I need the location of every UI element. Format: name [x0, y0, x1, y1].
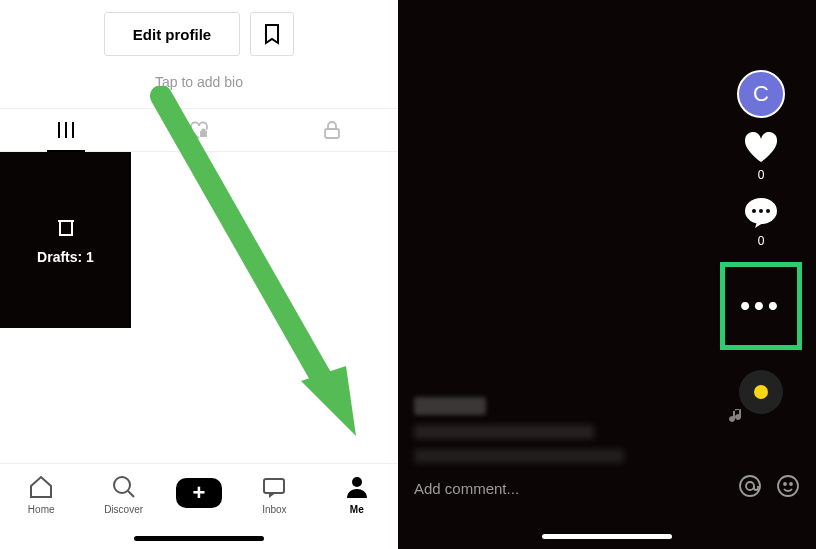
- home-indicator: [134, 536, 264, 541]
- svg-line-5: [128, 491, 134, 497]
- caption-line-blurred: [414, 425, 594, 439]
- share-button[interactable]: •••: [740, 292, 781, 320]
- nav-discover-label: Discover: [104, 504, 143, 515]
- nav-home[interactable]: Home: [11, 474, 71, 515]
- nav-home-label: Home: [28, 504, 55, 515]
- home-icon: [28, 474, 54, 500]
- tab-private[interactable]: [265, 109, 398, 151]
- username-blurred: [414, 397, 486, 415]
- lock-icon: [323, 120, 341, 140]
- drafts-label: Drafts: 1: [37, 249, 94, 265]
- heart-lock-icon: [188, 120, 210, 140]
- comment-bar: Add comment...: [398, 469, 816, 507]
- comment-input[interactable]: Add comment...: [414, 480, 724, 497]
- plus-icon: +: [193, 480, 206, 506]
- share-highlight-box: •••: [720, 262, 802, 350]
- more-icon: •••: [740, 292, 781, 320]
- tab-posts[interactable]: [0, 109, 133, 151]
- sound-line-blurred: [414, 449, 624, 463]
- emoji-icon: [776, 474, 800, 498]
- profile-tabs: [0, 108, 398, 152]
- music-note-icon: [728, 407, 746, 429]
- svg-point-4: [114, 477, 130, 493]
- svg-point-14: [740, 476, 760, 496]
- emoji-button[interactable]: [776, 474, 800, 502]
- drafts-tile[interactable]: Drafts: 1: [0, 152, 131, 328]
- mention-button[interactable]: [738, 474, 762, 502]
- comment-button[interactable]: 0: [743, 196, 779, 248]
- creator-avatar[interactable]: C: [737, 70, 785, 118]
- nav-inbox-label: Inbox: [262, 504, 286, 515]
- profile-screen: Edit profile Tap to add bio Drafts: 1 Ho…: [0, 0, 398, 549]
- create-button[interactable]: +: [176, 478, 222, 508]
- svg-rect-3: [325, 129, 339, 138]
- svg-point-11: [752, 209, 756, 213]
- posts-grid: Drafts: 1: [0, 152, 398, 463]
- profile-actions-row: Edit profile: [0, 0, 398, 64]
- svg-point-13: [766, 209, 770, 213]
- bookmark-button[interactable]: [250, 12, 294, 56]
- comment-count: 0: [758, 234, 765, 248]
- comment-icon: [743, 196, 779, 230]
- svg-point-12: [759, 209, 763, 213]
- like-count: 0: [758, 168, 765, 182]
- at-icon: [738, 474, 762, 498]
- svg-point-15: [746, 482, 754, 490]
- video-screen: C 0 0 ••• Add comment...: [398, 0, 816, 549]
- tab-liked[interactable]: [133, 109, 266, 151]
- nav-me[interactable]: Me: [327, 474, 387, 515]
- grid-icon: [57, 121, 75, 139]
- home-indicator: [542, 534, 672, 539]
- inbox-icon: [261, 474, 287, 500]
- svg-point-17: [784, 483, 786, 485]
- heart-icon: [743, 132, 779, 164]
- nav-inbox[interactable]: Inbox: [244, 474, 304, 515]
- like-button[interactable]: 0: [743, 132, 779, 182]
- nav-discover[interactable]: Discover: [94, 474, 154, 515]
- nav-me-label: Me: [350, 504, 364, 515]
- video-side-actions: C 0 0 •••: [720, 70, 802, 414]
- drafts-icon: [54, 215, 78, 239]
- svg-point-18: [790, 483, 792, 485]
- edit-profile-button[interactable]: Edit profile: [104, 12, 240, 56]
- bookmark-icon: [262, 23, 282, 45]
- svg-point-16: [778, 476, 798, 496]
- add-bio-prompt[interactable]: Tap to add bio: [0, 64, 398, 108]
- video-info: [414, 397, 624, 463]
- svg-rect-6: [264, 479, 284, 493]
- person-icon: [344, 474, 370, 500]
- svg-point-7: [352, 477, 362, 487]
- sound-disc-center: [754, 385, 768, 399]
- search-icon: [111, 474, 137, 500]
